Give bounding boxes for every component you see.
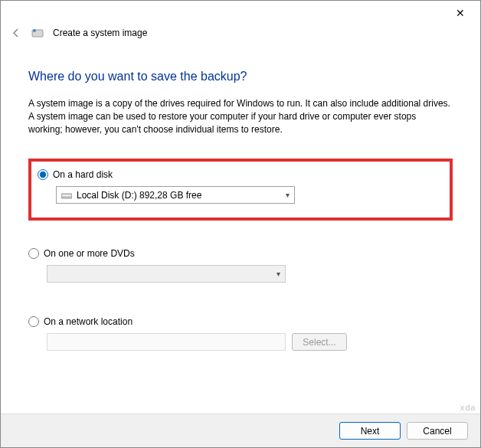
option-hard-disk[interactable]: On a hard disk [38,169,443,180]
option-dvd[interactable]: On one or more DVDs [28,248,453,259]
highlighted-option: On a hard disk Local Disk (D:) 892,28 GB… [28,159,453,221]
content-area: Where do you want to save the backup? A … [1,70,480,351]
cancel-button[interactable]: Cancel [407,422,468,440]
radio-hard-disk-label: On a hard disk [53,169,113,180]
page-heading: Where do you want to save the backup? [28,70,453,83]
option-dvd-block: On one or more DVDs ▾ [28,248,453,283]
footer: Next Cancel [1,414,480,447]
select-network-button[interactable]: Select... [292,333,347,351]
back-arrow-icon[interactable] [10,27,22,39]
radio-hard-disk[interactable] [38,169,48,180]
chevron-down-icon: ▾ [276,270,280,278]
dvd-dropdown: ▾ [47,265,286,283]
hard-disk-selected: Local Disk (D:) 892,28 GB free [77,190,201,201]
close-icon[interactable]: ✕ [450,4,471,22]
window-title: Create a system image [53,28,147,38]
system-image-icon [31,27,44,39]
watermark: xda [460,403,476,412]
svg-rect-3 [62,195,71,196]
page-description: A system image is a copy of the drives r… [28,97,453,136]
radio-network[interactable] [28,316,39,327]
chevron-down-icon: ▾ [286,191,290,199]
option-network-block: On a network location Select... [28,316,453,351]
radio-dvd-label: On one or more DVDs [44,248,135,259]
hard-disk-dropdown[interactable]: Local Disk (D:) 892,28 GB free ▾ [56,186,295,204]
disk-icon [61,191,72,199]
option-network[interactable]: On a network location [28,316,453,327]
network-path-input [47,333,286,351]
radio-network-label: On a network location [44,316,133,327]
header-row: Create a system image [1,25,480,42]
titlebar: ✕ [1,1,480,25]
radio-dvd[interactable] [28,248,39,259]
next-button[interactable]: Next [339,422,401,440]
